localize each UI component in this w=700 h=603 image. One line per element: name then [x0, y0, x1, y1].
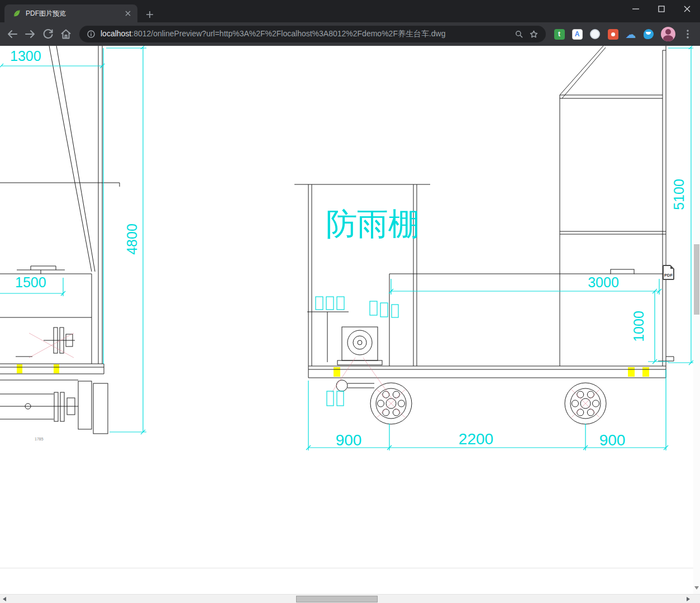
page-info-icon[interactable] [86, 29, 96, 39]
reload-button[interactable] [40, 26, 56, 42]
extension-circle-button[interactable] [587, 26, 603, 42]
dwg-preview-page: 1300 4800 1500 5100 3000 1000 900 2200 9… [0, 46, 693, 594]
pdf-page-break-line [0, 568, 693, 568]
extension-bird-button[interactable] [641, 26, 656, 42]
dim-frame-height: 5100 [671, 179, 687, 210]
tab-title: PDF图片预览 [26, 9, 123, 18]
horizontal-scrollbar[interactable] [0, 594, 700, 603]
dim-deck-length: 3000 [588, 274, 619, 290]
construction-lines [29, 333, 600, 418]
home-button[interactable] [58, 26, 74, 42]
browser-menu-button[interactable] [680, 26, 696, 42]
left-elevation-view [0, 46, 120, 364]
red-extension-icon [608, 29, 618, 40]
extension-red-button[interactable] [605, 26, 621, 42]
pdf-label: PDF [664, 273, 673, 278]
tab-close-icon[interactable] [123, 8, 133, 18]
google-translate-icon: A [572, 29, 583, 40]
tab-strip: PDF图片预览 [0, 0, 700, 22]
url-host: localhost [101, 29, 131, 38]
circle-extension-icon [590, 29, 600, 39]
pdf-overlay-icon[interactable]: PDF [663, 265, 674, 280]
dim-rear-overhang: 900 [336, 431, 362, 449]
forward-button[interactable] [22, 26, 38, 42]
dim-mast-height: 4800 [124, 224, 140, 255]
shelter-label: 防雨棚 [326, 206, 420, 241]
back-button[interactable] [4, 26, 20, 42]
translate-extension-icon: t [554, 29, 565, 40]
dimension-lines [0, 46, 693, 450]
bird-extension-icon [644, 29, 654, 39]
url-path: :8012/onlinePreview?url=http%3A%2F%2Floc… [131, 29, 445, 38]
browser-toolbar: localhost:8012/onlinePreview?url=http%3A… [0, 22, 700, 46]
browser-tab[interactable]: PDF图片预览 [4, 4, 137, 22]
window-close-button[interactable] [674, 0, 700, 18]
scroll-down-icon[interactable] [694, 586, 699, 590]
window-maximize-button[interactable] [649, 0, 674, 18]
url-text: localhost:8012/onlinePreview?url=http%3A… [101, 29, 509, 39]
scroll-left-icon[interactable] [3, 597, 6, 601]
dim-deck-height: 1000 [631, 311, 646, 342]
left-undercarriage [0, 364, 108, 434]
back-arrow-icon [6, 27, 19, 41]
reload-icon [41, 27, 55, 41]
window-minimize-button[interactable] [623, 0, 649, 18]
scroll-right-icon[interactable] [687, 597, 690, 601]
horizontal-scrollbar-thumb[interactable] [296, 596, 378, 602]
spring-leaf-favicon [12, 9, 21, 18]
dimension-annotations: 1300 4800 1500 5100 3000 1000 900 2200 9… [0, 46, 693, 450]
home-icon [59, 27, 73, 41]
cloud-extension-icon: ☁ [626, 29, 636, 40]
cad-drawing: 1300 4800 1500 5100 3000 1000 900 2200 9… [0, 46, 693, 594]
extension-cloud-button[interactable]: ☁ [623, 26, 639, 42]
window-controls [623, 0, 700, 18]
zoom-icon[interactable] [514, 29, 524, 39]
dim-top-width: 1300 [10, 48, 41, 64]
bookmark-star-icon[interactable] [528, 29, 539, 40]
avatar-head [665, 29, 671, 35]
kebab-menu-icon [681, 27, 694, 41]
extension-google-translate-button[interactable]: A [569, 26, 585, 42]
avatar-shoulders [663, 35, 673, 41]
forward-arrow-icon [23, 27, 37, 41]
extension-translate-button[interactable]: t [551, 26, 567, 42]
vertical-scrollbar[interactable] [693, 46, 700, 594]
dim-wheelbase: 2200 [459, 430, 493, 448]
new-tab-button[interactable] [143, 8, 156, 21]
detail-note-label: 1785 [35, 437, 44, 441]
profile-avatar[interactable] [661, 27, 675, 41]
dim-body-width: 1500 [15, 274, 46, 290]
dim-front-overhang: 900 [599, 431, 626, 449]
address-bar[interactable]: localhost:8012/onlinePreview?url=http%3A… [79, 26, 546, 42]
vertical-scrollbar-thumb[interactable] [694, 244, 699, 315]
chassis-rails [308, 366, 666, 378]
